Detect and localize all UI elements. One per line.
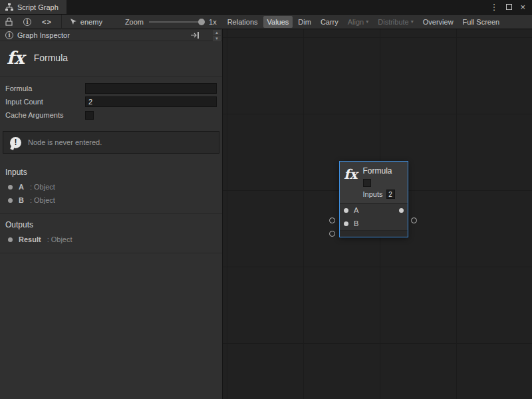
outputs-section-title: Outputs (0, 217, 222, 233)
graph-toolbar: i <> enemy Zoom 1x Relations Values Dim … (0, 15, 532, 29)
graph-reference[interactable]: enemy (70, 18, 102, 26)
warning-icon: ! (10, 137, 21, 148)
port-row-b: B (340, 217, 408, 230)
formula-input[interactable] (85, 83, 217, 94)
close-icon[interactable]: × (520, 3, 525, 11)
graph-icon (5, 3, 13, 11)
output-row-result: Result : Object (0, 233, 222, 246)
window-controls: ⋮ × (489, 0, 532, 14)
formula-node-header[interactable]: fx Formula Inputs 2 (340, 162, 408, 203)
panel-scrollbar-arrows: ▲ ▼ (213, 30, 221, 41)
editor-content: i Graph Inspector ▲ ▼ fx Formula Formula (0, 29, 532, 399)
port-dot-icon (8, 185, 13, 190)
external-port-ring-result[interactable] (411, 217, 417, 223)
port-label-b: B (354, 219, 358, 227)
info-icon: i (5, 31, 13, 39)
dim-button[interactable]: Dim (294, 16, 315, 28)
zoom-slider[interactable] (149, 18, 205, 26)
input-row-b: B : Object (0, 194, 222, 207)
node-title: Formula (363, 166, 395, 176)
fx-icon: fx (7, 49, 25, 66)
toolbar-separator (61, 15, 62, 29)
dock-panel-icon[interactable] (191, 32, 200, 39)
scroll-down-icon[interactable]: ▼ (213, 36, 221, 41)
formula-node-footer (340, 230, 408, 237)
cache-arguments-checkbox[interactable] (85, 111, 94, 120)
node-inputs-count-field[interactable]: 2 (386, 190, 395, 199)
input-count-field-row: Input Count (5, 95, 217, 108)
outputs-section: Outputs Result : Object (0, 214, 222, 253)
unit-fields: Formula Input Count Cache Arguments (0, 76, 222, 124)
input-type: : Object (30, 183, 55, 191)
input-row-a: A : Object (0, 180, 222, 194)
distribute-label: Distribute (378, 18, 408, 26)
zoom-label: Zoom (125, 18, 144, 26)
code-icon[interactable]: <> (42, 18, 52, 26)
zoom-slider-handle[interactable] (198, 19, 205, 25)
align-dropdown[interactable]: Align ▾ (344, 16, 372, 28)
inputs-section: Inputs A : Object B : Object (0, 162, 222, 214)
align-label: Align (348, 18, 364, 26)
output-type: : Object (47, 235, 72, 243)
unit-title-block: fx Formula (0, 41, 222, 76)
node-inputs-row: Inputs 2 (363, 190, 395, 199)
port-row-a: A (340, 203, 408, 217)
relations-button[interactable]: Relations (223, 16, 262, 28)
tab-script-graph[interactable]: Script Graph (0, 0, 66, 14)
input-count-field-label: Input Count (5, 98, 85, 106)
node-formula-checkbox[interactable] (363, 179, 371, 187)
toolbar-left-icons: i <> (0, 17, 52, 26)
chevron-down-icon: ▾ (366, 19, 368, 25)
lock-icon[interactable] (5, 17, 13, 26)
zoom-slider-track (149, 21, 205, 23)
graph-canvas[interactable]: fx Formula Inputs 2 A (223, 29, 532, 399)
input-name: A (19, 183, 24, 191)
input-name: B (19, 196, 24, 204)
graph-name-label: enemy (80, 18, 102, 26)
port-label-a: A (354, 206, 358, 214)
input-count-input[interactable] (85, 96, 217, 107)
tab-label: Script Graph (17, 3, 59, 11)
distribute-dropdown[interactable]: Distribute ▾ (374, 16, 417, 28)
chevron-down-icon: ▾ (411, 19, 414, 25)
full-screen-button[interactable]: Full Screen (459, 16, 504, 28)
toolbar-buttons: Relations Values Dim Carry Align ▾ Distr… (223, 16, 504, 28)
cache-arguments-field-label: Cache Arguments (5, 111, 85, 119)
unity-script-graph-window: Script Graph ⋮ × i <> enemy Zoom (0, 0, 532, 399)
external-port-ring-a[interactable] (329, 217, 335, 223)
external-port-ring-b[interactable] (329, 231, 335, 237)
maximize-icon[interactable] (506, 4, 512, 10)
graph-inspector-panel: i Graph Inspector ▲ ▼ fx Formula Formula (0, 29, 223, 399)
warning-box: ! Node is never entered. (3, 131, 219, 154)
inputs-section-title: Inputs (0, 164, 222, 180)
warning-text: Node is never entered. (28, 138, 102, 146)
formula-node-ports: A B (340, 203, 408, 230)
cache-arguments-field-row: Cache Arguments (5, 108, 217, 122)
formula-node-header-fields: Formula Inputs 2 (363, 166, 395, 199)
zoom-value: 1x (209, 18, 217, 26)
values-button[interactable]: Values (263, 16, 293, 28)
output-name: Result (19, 235, 41, 243)
unit-title-text: Formula (34, 53, 68, 63)
window-titlebar: Script Graph ⋮ × (0, 0, 532, 15)
port-dot-icon (8, 198, 13, 203)
inspector-header-title: Graph Inspector (17, 31, 70, 39)
carry-button[interactable]: Carry (317, 16, 342, 28)
input-port-a-icon[interactable] (344, 208, 348, 213)
overview-button[interactable]: Overview (419, 16, 458, 28)
graph-pointer-icon (70, 18, 77, 25)
input-type: : Object (30, 196, 55, 204)
kebab-menu-icon[interactable]: ⋮ (489, 3, 498, 11)
graph-inspector-header: i Graph Inspector ▲ ▼ (0, 29, 222, 41)
fx-icon: fx (344, 166, 358, 199)
node-inputs-label: Inputs (363, 190, 383, 198)
scroll-up-icon[interactable]: ▲ (213, 30, 221, 35)
info-icon[interactable]: i (23, 18, 31, 26)
formula-field-label: Formula (5, 84, 85, 92)
port-dot-icon (8, 237, 13, 242)
formula-node[interactable]: fx Formula Inputs 2 A (339, 161, 408, 237)
formula-field-row: Formula (5, 82, 217, 95)
input-port-b-icon[interactable] (344, 221, 348, 226)
output-port-result-icon[interactable] (399, 208, 404, 213)
